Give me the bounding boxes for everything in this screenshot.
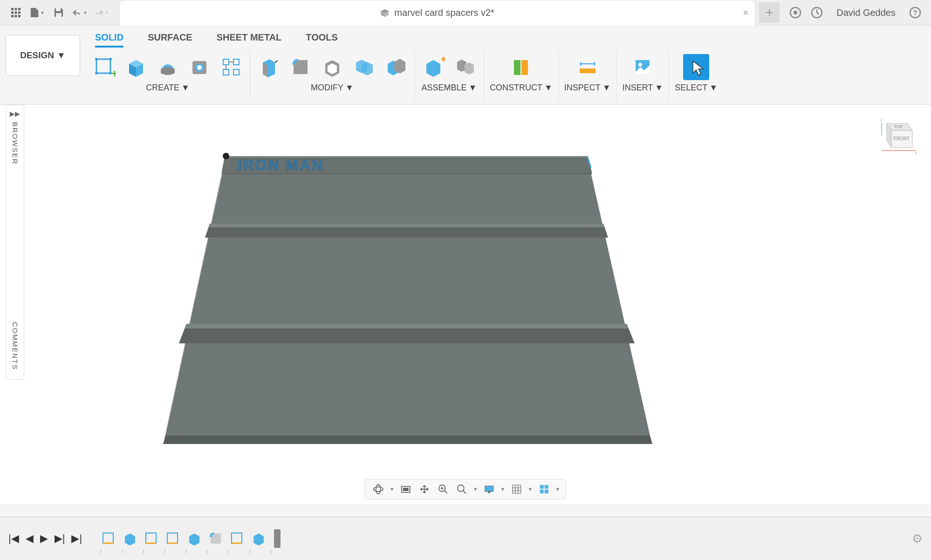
timeline-item-sketch[interactable] (165, 531, 181, 546)
ribbon-toolbar: DESIGN ▼ SOLID SURFACE SHEET METAL TOOLS… (0, 26, 931, 105)
workspace-switcher-button[interactable]: DESIGN ▼ (6, 35, 80, 76)
svg-line-55 (445, 491, 447, 493)
expand-chevrons-icon[interactable]: ▶▶ (10, 110, 20, 117)
fillet-icon[interactable] (288, 54, 314, 80)
timeline-item-fillet[interactable] (208, 531, 224, 546)
new-tab-button[interactable]: + (759, 2, 780, 23)
group-inspect-label[interactable]: INSPECT ▼ (564, 83, 611, 93)
svg-rect-65 (544, 490, 548, 493)
view-cube[interactable]: TOP FRONT Z X (875, 114, 917, 156)
display-settings-icon[interactable] (482, 482, 497, 497)
job-status-icon[interactable] (809, 5, 824, 20)
create-cylinder-icon[interactable] (186, 54, 212, 80)
viewport-layout-icon[interactable] (536, 482, 551, 497)
svg-rect-72 (232, 533, 242, 543)
timeline-play-button[interactable]: ▶ (40, 533, 48, 545)
file-icon[interactable]: ▼ (30, 5, 45, 20)
browser-panel-label: BROWSER (11, 122, 19, 165)
svg-rect-7 (15, 15, 17, 17)
zoom-window-icon[interactable] (454, 482, 469, 497)
pan-icon[interactable] (417, 482, 432, 497)
group-assemble: ✦ ASSEMBLE ▼ (415, 51, 484, 100)
quick-access-right: David Geddes ? (780, 5, 931, 20)
create-pattern-icon[interactable] (218, 54, 244, 80)
grid-settings-icon[interactable] (509, 482, 524, 497)
group-create: + CREATE ▼ (86, 51, 250, 100)
press-pull-icon[interactable] (256, 54, 282, 80)
undo-icon[interactable]: ▼ (73, 5, 88, 20)
create-box-icon[interactable] (123, 54, 149, 80)
timeline-step-forward-button[interactable]: ▶| (55, 533, 65, 545)
save-icon[interactable] (51, 5, 66, 20)
cube-icon (380, 8, 390, 18)
timeline-item-sketch[interactable] (101, 531, 116, 546)
shell-icon[interactable] (319, 54, 345, 80)
svg-point-18 (109, 58, 112, 61)
zoom-icon[interactable] (436, 482, 451, 497)
viewcube-top-label: TOP (894, 124, 903, 129)
timeline-item-sketch[interactable] (229, 531, 245, 546)
svg-text:?: ? (913, 8, 917, 16)
viewport-canvas[interactable]: ▶▶ BROWSER COMMENTS TOP FRONT Z X (0, 105, 931, 504)
measure-icon[interactable] (575, 54, 601, 80)
svg-rect-16 (96, 59, 110, 73)
timeline-step-back-button[interactable]: ◀ (26, 533, 34, 545)
timeline-playhead[interactable] (274, 529, 281, 548)
svg-rect-64 (540, 490, 543, 493)
browser-panel-collapsed[interactable]: ▶▶ BROWSER COMMENTS (6, 105, 24, 380)
svg-point-24 (197, 65, 202, 70)
caret-icon: ▼ (40, 10, 45, 15)
insert-decal-icon[interactable] (630, 54, 656, 80)
look-at-icon[interactable] (398, 482, 413, 497)
svg-marker-46 (163, 436, 652, 444)
help-icon[interactable]: ? (908, 5, 923, 20)
data-panel-icon[interactable] (8, 5, 23, 20)
timeline-items (101, 529, 281, 548)
svg-rect-9 (56, 8, 61, 11)
svg-rect-1 (15, 8, 17, 10)
timeline-item-extrude[interactable] (186, 531, 202, 546)
orbit-icon[interactable] (371, 482, 386, 497)
tab-surface[interactable]: SURFACE (148, 32, 192, 48)
svg-rect-10 (56, 13, 62, 17)
group-construct-label[interactable]: CONSTRUCT ▼ (490, 83, 553, 93)
timeline-item-extrude[interactable] (122, 531, 138, 546)
tab-sheet-metal[interactable]: SHEET METAL (217, 32, 282, 48)
user-name-label[interactable]: David Geddes (836, 7, 896, 18)
group-insert-label[interactable]: INSERT ▼ (623, 83, 664, 93)
svg-text:Z: Z (880, 118, 882, 123)
svg-point-17 (95, 58, 98, 61)
timeline-item-extrude[interactable] (251, 531, 267, 546)
model-3d-view[interactable]: IRON MAN (149, 151, 699, 454)
group-select-label[interactable]: SELECT ▼ (675, 83, 718, 93)
caret-icon: ▼ (57, 50, 66, 61)
group-create-label[interactable]: CREATE ▼ (146, 83, 190, 93)
svg-rect-2 (18, 8, 21, 10)
select-tool-icon[interactable] (683, 54, 709, 80)
group-modify-label[interactable]: MODIFY ▼ (311, 83, 354, 93)
timeline-end-button[interactable]: ▶| (71, 533, 82, 545)
group-assemble-label[interactable]: ASSEMBLE ▼ (422, 83, 477, 93)
navigation-toolbar: ▼ ▼ ▼ ▼ ▼ (365, 479, 566, 499)
svg-rect-32 (580, 68, 596, 73)
timeline-settings-icon[interactable]: ⚙ (912, 532, 923, 546)
close-tab-icon[interactable]: × (743, 7, 749, 18)
joint-icon[interactable] (452, 54, 478, 80)
svg-rect-53 (403, 488, 409, 491)
timeline-start-button[interactable]: |◀ (8, 533, 19, 545)
redo-icon[interactable]: ▼ (94, 5, 109, 20)
split-body-icon[interactable] (383, 54, 409, 80)
new-sketch-icon[interactable]: + (91, 54, 117, 80)
svg-rect-61 (488, 492, 491, 493)
extensions-icon[interactable] (788, 5, 803, 20)
create-form-icon[interactable] (155, 54, 181, 80)
tab-tools[interactable]: TOOLS (306, 32, 338, 48)
tab-solid[interactable]: SOLID (95, 32, 123, 48)
svg-rect-6 (11, 15, 14, 17)
svg-marker-45 (185, 324, 628, 328)
timeline-item-sketch[interactable] (144, 531, 159, 546)
combine-icon[interactable] (351, 54, 377, 80)
document-tab[interactable]: marvel card spacers v2* × (119, 0, 755, 26)
new-component-icon[interactable]: ✦ (420, 54, 446, 80)
construct-plane-icon[interactable] (508, 54, 534, 80)
